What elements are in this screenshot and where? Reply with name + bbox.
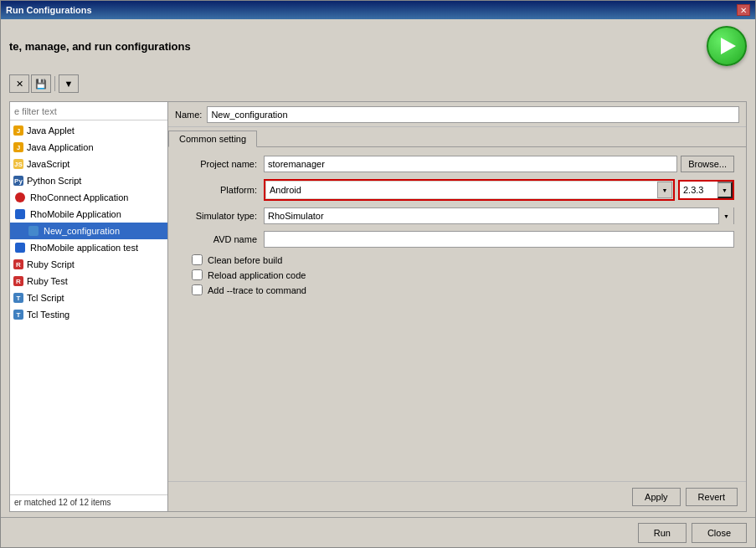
project-name-row: Project name: Browse... bbox=[180, 156, 734, 172]
tcl-testing-icon: T bbox=[13, 310, 23, 320]
trace-command-label: Add --trace to command bbox=[208, 285, 306, 295]
name-label: Name: bbox=[175, 110, 202, 120]
toolbar-dropdown-button[interactable]: ▼ bbox=[59, 74, 79, 93]
tree-item-python-script[interactable]: Py Python Script bbox=[10, 172, 167, 189]
right-panel: Name: Common setting Project name: bbox=[168, 101, 747, 512]
project-name-label: Project name: bbox=[180, 159, 264, 169]
platform-input[interactable] bbox=[266, 182, 657, 198]
bottom-bar: Run Close bbox=[1, 517, 755, 547]
reload-code-row: Reload application code bbox=[180, 269, 734, 280]
tree-item-ruby-test[interactable]: R Ruby Test bbox=[10, 273, 167, 289]
tree-item-label: Ruby Test bbox=[27, 276, 68, 286]
right-footer: Apply Revert bbox=[168, 481, 746, 511]
browse-button[interactable]: Browse... bbox=[681, 156, 734, 172]
tree-item-javascript[interactable]: JS JavaScript bbox=[10, 156, 167, 172]
version-input[interactable] bbox=[680, 182, 717, 198]
tree-item-tcl-testing[interactable]: T Tcl Testing bbox=[10, 306, 167, 323]
tree-item-label: RhoMobile Application bbox=[30, 209, 121, 219]
tree-item-ruby-script[interactable]: R Ruby Script bbox=[10, 256, 167, 273]
tree-item-rhoconnect-application[interactable]: RhoConnect Application bbox=[10, 189, 167, 206]
tree-item-label: Java Applet bbox=[27, 125, 75, 136]
version-chevron-icon bbox=[722, 186, 728, 194]
name-input[interactable] bbox=[207, 106, 739, 123]
match-count-text: er matched 12 of 12 items bbox=[14, 498, 111, 507]
window-title: Run Configurations bbox=[6, 5, 92, 15]
rhomobile-icon bbox=[13, 207, 27, 221]
python-icon: Py bbox=[13, 176, 23, 186]
platform-chevron-icon bbox=[662, 186, 668, 194]
main-body: J Java Applet J Java Application JS Java… bbox=[9, 101, 747, 512]
tree-area: J Java Applet J Java Application JS Java… bbox=[10, 120, 167, 494]
delete-config-button[interactable]: ✕ bbox=[9, 74, 29, 93]
tree-item-label: RhoConnect Application bbox=[30, 192, 128, 202]
close-button[interactable]: Close bbox=[692, 523, 747, 543]
left-panel-footer: er matched 12 of 12 items bbox=[10, 494, 167, 511]
clean-build-checkbox[interactable] bbox=[192, 254, 203, 265]
tree-item-rhomobile-app-test[interactable]: RhoMobile application test bbox=[10, 239, 167, 256]
close-window-button[interactable]: ✕ bbox=[737, 4, 750, 16]
simulator-type-value: RhoSimulator bbox=[265, 210, 718, 222]
rhomobile-test-icon bbox=[13, 241, 27, 254]
tree-item-label: JavaScript bbox=[27, 159, 69, 169]
version-dropdown-button[interactable] bbox=[717, 182, 733, 198]
java-applet-icon: J bbox=[13, 125, 23, 136]
run-button-circle[interactable] bbox=[707, 26, 747, 66]
save-config-button[interactable]: 💾 bbox=[31, 74, 51, 93]
rhoconnect-icon bbox=[13, 191, 27, 204]
simulator-type-dropdown-icon[interactable] bbox=[718, 207, 733, 224]
trace-command-row: Add --trace to command bbox=[180, 284, 734, 295]
javascript-icon: JS bbox=[13, 159, 23, 169]
platform-dropdown-button[interactable] bbox=[657, 182, 672, 198]
revert-button[interactable]: Revert bbox=[686, 488, 738, 506]
tree-item-label: New_configuration bbox=[44, 226, 120, 236]
tree-item-label: RhoMobile application test bbox=[30, 243, 138, 253]
name-bar: Name: bbox=[168, 102, 746, 127]
left-panel: J Java Applet J Java Application JS Java… bbox=[9, 101, 168, 512]
tab-bar: Common setting bbox=[168, 127, 746, 147]
common-setting-tab[interactable]: Common setting bbox=[168, 131, 257, 147]
reload-code-checkbox[interactable] bbox=[192, 269, 203, 280]
tree-item-tcl-script[interactable]: T Tcl Script bbox=[10, 289, 167, 306]
ruby-test-icon: R bbox=[13, 276, 23, 286]
tree-item-label: Tcl Script bbox=[27, 293, 64, 303]
project-name-field-container: Browse... bbox=[264, 156, 734, 172]
platform-container bbox=[264, 179, 675, 201]
clean-build-row: Clean before build bbox=[180, 254, 734, 265]
toolbar: ✕ 💾 ▼ bbox=[9, 73, 747, 95]
save-icon: 💾 bbox=[35, 79, 47, 90]
ruby-script-icon: R bbox=[13, 259, 23, 269]
simulator-type-select[interactable]: RhoSimulator bbox=[264, 207, 734, 224]
simulator-type-row: Simulator type: RhoSimulator bbox=[180, 207, 734, 224]
trace-command-checkbox[interactable] bbox=[192, 284, 203, 295]
tree-item-new-configuration[interactable]: New_configuration bbox=[10, 223, 167, 239]
delete-icon: ✕ bbox=[16, 79, 23, 90]
tree-item-label: Java Application bbox=[27, 142, 94, 152]
header-title: te, manage, and run configurations bbox=[9, 40, 191, 53]
play-icon bbox=[721, 38, 736, 54]
content-area: te, manage, and run configurations ✕ 💾 ▼ bbox=[1, 19, 755, 517]
simulator-type-label: Simulator type: bbox=[180, 211, 264, 221]
run-configurations-window: Run Configurations ✕ te, manage, and run… bbox=[0, 0, 756, 548]
apply-button[interactable]: Apply bbox=[632, 488, 681, 506]
dropdown-icon: ▼ bbox=[64, 79, 74, 89]
tree-item-label: Tcl Testing bbox=[27, 310, 69, 320]
clean-build-label: Clean before build bbox=[208, 255, 282, 265]
tree-item-rhomobile-application[interactable]: RhoMobile Application bbox=[10, 206, 167, 223]
platform-row: Platform: bbox=[180, 179, 734, 201]
config-icon bbox=[27, 224, 40, 238]
version-container bbox=[678, 180, 734, 200]
toolbar-separator bbox=[54, 76, 55, 91]
tcl-script-icon: T bbox=[13, 293, 23, 303]
avd-name-input[interactable] bbox=[264, 231, 734, 248]
tab-label: Common setting bbox=[179, 134, 246, 144]
filter-input[interactable] bbox=[10, 102, 167, 120]
tree-item-label: Ruby Script bbox=[27, 259, 75, 269]
java-application-icon: J bbox=[13, 142, 23, 152]
simulator-chevron-icon bbox=[723, 212, 729, 220]
tree-item-java-application[interactable]: J Java Application bbox=[10, 139, 167, 156]
tree-item-java-applet[interactable]: J Java Applet bbox=[10, 122, 167, 139]
tree-item-label: Python Script bbox=[27, 176, 81, 186]
project-name-input[interactable] bbox=[264, 156, 677, 172]
run-button[interactable]: Run bbox=[638, 523, 687, 543]
reload-code-label: Reload application code bbox=[208, 270, 306, 280]
